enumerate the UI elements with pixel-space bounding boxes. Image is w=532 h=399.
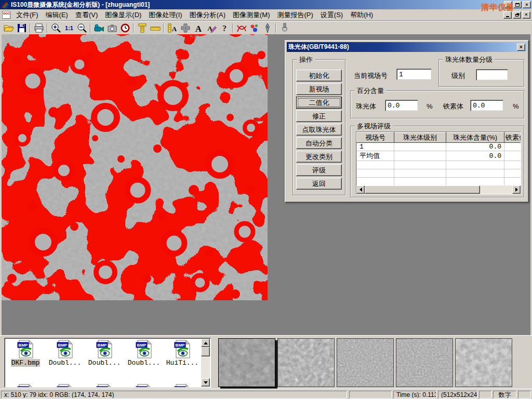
pearlite-label: 珠光体 [356, 102, 376, 111]
ferrite-percent-input[interactable] [470, 100, 503, 111]
menu-image-processing[interactable]: 图像处理(I) [145, 9, 185, 21]
grading-table[interactable]: 视场号 珠光体级别 珠光体含量(%) 铁素体含量(%) 1 0.0 平均值 0.… [356, 131, 521, 194]
toolbar-particle-analysis-button[interactable] [248, 22, 261, 34]
metallographic-image[interactable] [2, 34, 268, 300]
open-icon [3, 22, 15, 34]
menu-help[interactable]: 帮助(H) [347, 9, 377, 21]
file-item[interactable] [164, 384, 201, 388]
thumbnail-4[interactable] [396, 338, 453, 387]
dialog-close-button[interactable]: × [517, 44, 525, 51]
auto-classify-button[interactable]: 自动分类 [296, 137, 342, 149]
table-row[interactable]: 1 0.0 [357, 143, 522, 151]
grade-label: 级别 [451, 71, 465, 81]
file-item[interactable]: Doubl... [86, 340, 123, 367]
menu-view[interactable]: 查看(V) [72, 9, 101, 21]
toolbar-zoom-in-button[interactable] [49, 22, 62, 34]
binarize-button[interactable]: 二值化 [296, 97, 342, 109]
toolbar-text-button[interactable]: A [192, 22, 205, 34]
thumbnail-5[interactable] [455, 338, 512, 387]
percent-group-label: 百分含量 [355, 86, 386, 96]
menu-edit[interactable]: 编辑(E) [42, 9, 72, 21]
file-item[interactable]: Doubl... [125, 340, 163, 367]
file-item[interactable] [7, 384, 44, 388]
scrollbar-thumb[interactable] [365, 185, 480, 194]
bmp-file-icon [17, 340, 34, 358]
bottom-panel: DKF.bmp Doubl... Doubl... Doubl... HuiTi… [0, 335, 532, 389]
thumbnail-3[interactable] [337, 338, 394, 387]
file-item[interactable]: Doubl... [46, 340, 84, 367]
file-item[interactable] [46, 384, 84, 388]
child-close-button[interactable]: × [522, 11, 530, 19]
dialog-title-bar[interactable]: 珠光体(GB/T9441-88) × [287, 42, 527, 52]
scroll-up-button[interactable] [201, 339, 210, 347]
file-browser[interactable]: DKF.bmp Doubl... Doubl... Doubl... HuiTi… [4, 338, 211, 388]
current-field-input[interactable] [396, 69, 432, 80]
file-item[interactable] [86, 384, 123, 388]
toolbar-zoom-out-button[interactable] [75, 22, 88, 34]
scroll-left-button[interactable] [356, 185, 365, 194]
toolbar-ruler-button[interactable] [149, 22, 162, 34]
menu-image-measure[interactable]: 图像测量(M) [229, 9, 274, 21]
toolbar-actual-size-button[interactable]: 1:1 [62, 22, 75, 34]
thumbnail-1[interactable] [218, 338, 275, 387]
toolbar-pen-button[interactable] [261, 22, 274, 34]
status-dimensions: (512x512x24) [438, 391, 477, 398]
scroll-down-button[interactable] [201, 378, 210, 387]
application-window: { "window": { "title": "IS100显微摄像系统(金相分析… [0, 0, 532, 399]
pick-pearlite-button[interactable]: 点取珠光体 [296, 124, 342, 136]
grade-input[interactable] [476, 69, 508, 81]
document-icon[interactable]: DOC [2, 11, 10, 19]
maximize-button[interactable] [513, 1, 522, 8]
new-field-button[interactable]: 新视场 [296, 83, 342, 95]
menu-image-display[interactable]: 图像显示(D) [101, 9, 145, 21]
file-item[interactable] [125, 384, 163, 388]
svg-text:A: A [195, 23, 202, 33]
pen-icon [262, 22, 273, 34]
change-class-button[interactable]: 更改类别 [296, 151, 342, 163]
ferrite-label: 铁素体 [443, 102, 463, 111]
toolbar-camera-button[interactable] [105, 22, 118, 34]
grade-button[interactable]: 评级 [296, 164, 342, 176]
toolbar-annotate-button[interactable]: A [205, 22, 218, 34]
toolbar-separator [232, 23, 233, 33]
pearlite-percent-input[interactable] [385, 100, 418, 111]
toolbar: 1:1 A A A ? [0, 21, 532, 34]
file-item[interactable]: HuiTi... [164, 340, 201, 367]
col-ferrite-content: 铁素体含量(%) [504, 132, 522, 143]
grading-group-label: 珠光体数量分级 [443, 55, 495, 64]
svg-text:A: A [171, 25, 177, 33]
dialog-close-icon: × [520, 45, 523, 50]
app-icon [1, 1, 9, 8]
menu-file[interactable]: 文件(F) [12, 9, 42, 21]
scroll-right-button[interactable] [512, 185, 521, 194]
toolbar-clock-button[interactable] [118, 22, 131, 34]
thumbnail-2[interactable] [277, 338, 335, 387]
close-button[interactable]: × [523, 1, 531, 8]
toolbar-curve-tool-button[interactable] [235, 22, 248, 34]
menu-measure-report[interactable]: 测量报告(P) [273, 9, 316, 21]
initialize-button[interactable]: 初始化 [296, 70, 342, 82]
toolbar-brush-button[interactable] [278, 22, 291, 34]
scrollbar-thumb[interactable] [201, 347, 210, 356]
file-item[interactable]: DKF.bmp [7, 340, 44, 367]
toolbar-grid-button[interactable] [179, 22, 192, 34]
menu-settings[interactable]: 设置(S) [317, 9, 347, 21]
title-bar[interactable]: IS100显微摄像系统(金相分析版) - [zhuguangti01] × [0, 0, 532, 9]
menu-image-analysis[interactable]: 图像分析(A) [186, 9, 229, 21]
table-row-average[interactable]: 平均值 0.0 [357, 151, 522, 161]
toolbar-measure-text-button[interactable]: A [166, 22, 179, 34]
toolbar-print-button[interactable] [32, 22, 45, 34]
toolbar-open-button[interactable] [2, 22, 15, 34]
child-restore-icon [515, 14, 518, 17]
correct-button[interactable]: 修正 [296, 110, 342, 122]
file-list-scrollbar[interactable] [201, 339, 210, 387]
toolbar-help-button[interactable]: ? [218, 22, 231, 34]
toolbar-video-camera-button[interactable] [92, 22, 105, 34]
toolbar-save-button[interactable] [15, 22, 28, 34]
toolbar-caliper-button[interactable] [136, 22, 149, 34]
table-horizontal-scrollbar[interactable] [356, 185, 521, 194]
toolbar-separator [30, 23, 31, 33]
menu-bar: DOC 文件(F) 编辑(E) 查看(V) 图像显示(D) 图像处理(I) 图像… [0, 9, 532, 21]
bmp-file-icon [174, 340, 191, 358]
return-button[interactable]: 返回 [296, 178, 342, 190]
